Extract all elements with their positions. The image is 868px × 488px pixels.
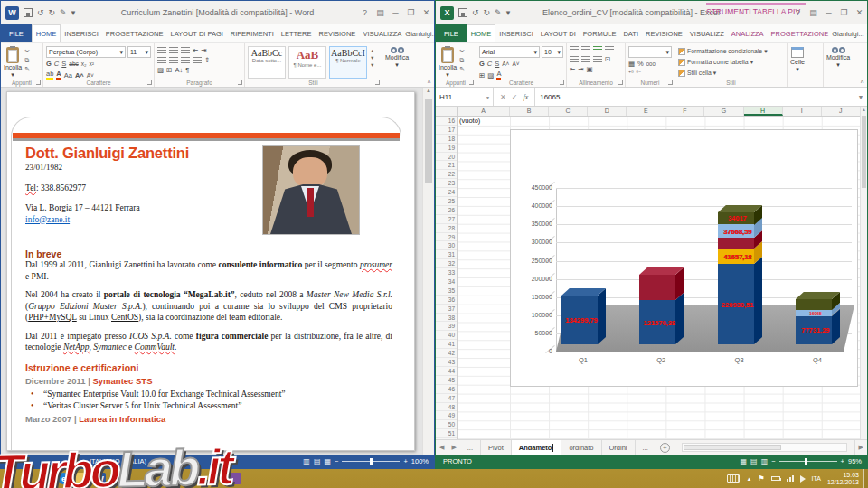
word-zoom-slider[interactable]	[342, 461, 400, 462]
excel-zoom-slider[interactable]	[779, 461, 837, 462]
style-normale[interactable]: AaBbCcI ¶ Normale	[329, 46, 367, 79]
row-header-18[interactable]: 18	[436, 135, 457, 144]
subscript-button[interactable]: x₂	[81, 61, 87, 67]
save-icon[interactable]	[458, 8, 467, 17]
row-header-26[interactable]: 26	[436, 206, 457, 215]
row-header-50[interactable]: 50	[436, 420, 457, 429]
enter-icon[interactable]: ✓	[512, 93, 518, 101]
word-vertical-scrollbar[interactable]: ▲	[422, 88, 434, 455]
redo-icon[interactable]: ↻	[484, 8, 491, 17]
web-layout-icon[interactable]: ▦	[324, 457, 331, 465]
grow-font-button[interactable]: A˄	[502, 61, 509, 67]
chart-data-label[interactable]: 220930,51	[722, 300, 753, 308]
align-top-icon[interactable]	[570, 46, 579, 53]
column-header-B[interactable]: B	[510, 107, 549, 116]
zoom-in-icon[interactable]: +	[841, 457, 844, 465]
word-tab-inserisci[interactable]: INSERISCI	[61, 24, 102, 42]
word-tab-visualizza[interactable]: VISUALIZZA	[359, 24, 405, 42]
excel-tab-revisione[interactable]: REVISIONE	[642, 24, 686, 42]
comma-style-button[interactable]: 000	[646, 61, 656, 67]
chart-data-label[interactable]: 34017	[728, 214, 747, 222]
row-header-34[interactable]: 34	[436, 277, 457, 286]
hscroll-right-icon[interactable]: ▶	[854, 440, 867, 455]
edit-button[interactable]: Modifica ▾	[826, 46, 850, 69]
sheet-tab-pivot[interactable]: Pivot	[481, 440, 512, 455]
excel-zoom-level[interactable]: 95%	[848, 457, 862, 465]
dialog-launcher-icon[interactable]	[36, 80, 41, 85]
chart-data-label[interactable]: 16065	[809, 311, 822, 316]
collapse-ribbon-icon[interactable]: ∧	[860, 78, 864, 85]
styles-up-icon[interactable]: ▲	[370, 48, 374, 53]
column-header-J[interactable]: J	[822, 107, 861, 116]
style-data-sottotitolo[interactable]: AaBbCc Data sotto...	[248, 46, 286, 79]
dialog-launcher-icon[interactable]	[618, 80, 623, 85]
row-header-38[interactable]: 38	[436, 314, 457, 323]
font-name-select[interactable]: Perpetua (Corpo) ▾	[46, 46, 126, 58]
page-layout-icon[interactable]: ▤	[750, 457, 758, 465]
minimize-button[interactable]: ─	[388, 5, 403, 21]
select-all-corner[interactable]	[436, 107, 458, 116]
word-tab-riferimenti[interactable]: RIFERIMENTI	[227, 24, 278, 42]
pilcrow-icon[interactable]: ¶	[185, 66, 189, 74]
restore-button[interactable]: ❐	[403, 5, 419, 21]
row-header-33[interactable]: 33	[436, 268, 457, 277]
row-header-29[interactable]: 29	[436, 233, 457, 242]
row-header-30[interactable]: 30	[436, 241, 457, 250]
row-header-35[interactable]: 35	[436, 286, 457, 296]
sheet-next-icon[interactable]: ▶	[448, 444, 459, 451]
cell-a16[interactable]: (vuoto)	[459, 117, 480, 126]
help-button[interactable]: ?	[790, 5, 806, 21]
copy-icon[interactable]: ⧉	[459, 57, 465, 64]
chart-data-label[interactable]: 37668,59	[723, 227, 751, 235]
cv-link-centos[interactable]: CentOS	[111, 313, 138, 322]
row-header-40[interactable]: 40	[436, 331, 457, 340]
row-header-37[interactable]: 37	[436, 305, 457, 314]
word-zoom-level[interactable]: 100%	[411, 457, 429, 465]
excel-tab-home[interactable]: HOME	[467, 24, 496, 42]
restore-button[interactable]: ❐	[836, 5, 852, 21]
pen-icon[interactable]: ✎	[60, 8, 67, 17]
sheet-tab-ordinato[interactable]: ordinato	[561, 440, 601, 455]
sheet-overflow-left[interactable]: ...	[460, 440, 481, 455]
italic-button[interactable]: C	[54, 60, 59, 68]
row-header-39[interactable]: 39	[436, 322, 457, 331]
italic-button[interactable]: C	[487, 60, 492, 68]
row-header-32[interactable]: 32	[436, 259, 457, 268]
show-desktop-button[interactable]	[863, 469, 868, 488]
increase-indent-icon[interactable]: ⇥	[201, 46, 206, 54]
row-header-43[interactable]: 43	[436, 358, 457, 367]
font-size-select[interactable]: 11 ▾	[127, 46, 151, 58]
sheet-tab-andameto[interactable]: Andameto	[512, 440, 562, 455]
word-tab-file[interactable]: FILE	[1, 24, 32, 42]
bold-button[interactable]: G	[479, 60, 485, 68]
taskbar-clock[interactable]: 15:03 12/12/2013	[827, 472, 859, 486]
row-header-45[interactable]: 45	[436, 376, 457, 385]
font-name-select[interactable]: Arial ▾	[479, 46, 540, 58]
hidden-icons-icon[interactable]: ▲	[746, 476, 751, 482]
align-center-icon[interactable]	[581, 56, 590, 63]
volume-icon[interactable]	[800, 475, 806, 483]
numbered-list-icon[interactable]	[169, 47, 178, 54]
dialog-launcher-icon[interactable]	[375, 80, 380, 85]
excel-tab-progettazione[interactable]: PROGETTAZIONE	[768, 24, 833, 42]
align-left-icon[interactable]	[570, 56, 579, 63]
shrink-font-button[interactable]: A˅	[512, 61, 519, 67]
fill-color-icon[interactable]: ▨	[487, 71, 494, 80]
battery-icon[interactable]	[771, 476, 780, 481]
cells-button[interactable]: Celle ▾	[790, 46, 805, 73]
cv-email-link[interactable]: info@zane.it	[25, 215, 70, 224]
chart-data-label[interactable]: 77731,29	[801, 326, 829, 334]
dialog-launcher-icon[interactable]	[560, 80, 564, 85]
dialog-launcher-icon[interactable]	[469, 80, 474, 85]
multilevel-list-icon[interactable]	[181, 47, 190, 54]
increase-decimal-icon[interactable]: ⁺⁰	[628, 70, 634, 76]
excel-tab-inserisci[interactable]: INSERISCI	[495, 24, 537, 42]
row-header-24[interactable]: 24	[436, 188, 457, 197]
scroll-up-icon[interactable]: ▲	[423, 88, 434, 93]
column-header-A[interactable]: A	[458, 107, 510, 116]
zoom-in-icon[interactable]: +	[403, 457, 407, 465]
column-header-G[interactable]: G	[704, 107, 743, 116]
strikethrough-button[interactable]: abc	[69, 61, 78, 67]
decrease-decimal-icon[interactable]: ⁰⁻	[637, 70, 642, 76]
ribbon-display-button[interactable]: ▤	[806, 5, 821, 21]
